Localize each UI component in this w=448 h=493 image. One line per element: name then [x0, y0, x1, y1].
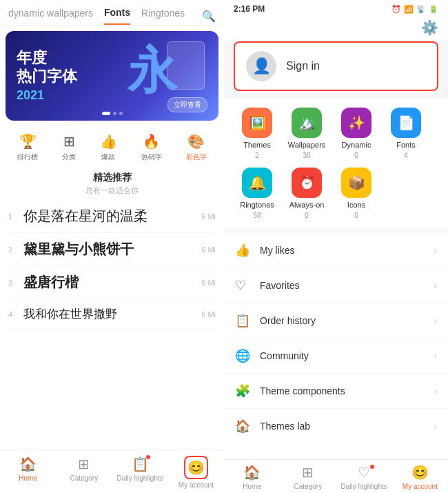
themes-count: 2: [255, 152, 259, 159]
right-header: ⚙️: [224, 17, 448, 41]
font-text-3: 盛唐行楷: [23, 273, 201, 292]
left-nav-highlights[interactable]: 📋 Daily highlights: [112, 454, 168, 490]
font-item-2[interactable]: 2 黛里黛与小熊饼干 6 Mi: [8, 233, 216, 266]
chevron-right-icon-2: ›: [434, 280, 437, 291]
tab-fonts[interactable]: Fonts: [104, 7, 130, 25]
fonts-label: Fonts: [396, 141, 416, 149]
alarm-icon: ⏰: [391, 5, 401, 14]
account-box: 😊: [184, 456, 208, 479]
right-nav-highlights[interactable]: ♡ Daily highlights: [336, 464, 392, 490]
banner-dots: [102, 112, 123, 115]
banner-char: 永: [128, 38, 177, 104]
ranking-icon: 🏆: [19, 133, 37, 150]
nav-colorful[interactable]: 🎨 彩色字: [186, 133, 207, 162]
signal-icon: 📶: [404, 5, 414, 14]
right-nav-home[interactable]: 🏠 Home: [224, 464, 280, 490]
highlights-badge: [145, 454, 151, 460]
font-text-1: 你是落在星河的温柔: [23, 207, 201, 225]
order-icon: 📋: [235, 313, 253, 328]
grid-fonts[interactable]: 📄 Fonts 4: [384, 108, 428, 159]
themes-icon: 🖼️: [242, 108, 272, 138]
banner-title-line1: 年度: [17, 49, 77, 67]
left-nav-home-label: Home: [19, 474, 37, 482]
font-item-4[interactable]: 4 我和你在世界撒野 6 Mi: [8, 299, 216, 330]
right-nav-category[interactable]: ⊞ Category: [280, 464, 336, 490]
likes-icon: 👍: [235, 243, 253, 258]
grid-dynamic[interactable]: ✨ Dynamic 0: [334, 108, 378, 159]
icons-icon: 📦: [341, 168, 371, 198]
section-title: 精选推荐 总有一款适合你: [0, 166, 224, 197]
menu-theme-components[interactable]: 🧩 Theme components ›: [224, 374, 448, 409]
tab-dynamic-wallpapers[interactable]: dynamic wallpapers: [8, 8, 93, 24]
banner: 年度 热门字体 2021 永 立即查看: [6, 31, 218, 121]
fonts-icon: 📄: [391, 108, 421, 138]
sign-in-label: Sign in: [286, 60, 320, 72]
dynamic-label: Dynamic: [342, 141, 371, 149]
nav-hot-font[interactable]: 🔥 热销字: [141, 133, 162, 162]
menu-favorites[interactable]: ♡ Favorites ›: [224, 268, 448, 303]
menu-themes-lab[interactable]: 🏠 Themes lab ›: [224, 409, 448, 443]
favorites-icon: ♡: [235, 278, 253, 293]
colorful-icon: 🎨: [187, 133, 205, 150]
ringtones-count: 58: [253, 212, 261, 219]
menu-order-history[interactable]: 📋 Order history ›: [224, 303, 448, 339]
right-nav-account[interactable]: 😊 My account: [392, 464, 448, 490]
settings-icon[interactable]: ⚙️: [421, 19, 438, 36]
nav-colorful-label: 彩色字: [186, 152, 207, 162]
left-nav-home[interactable]: 🏠 Home: [0, 454, 56, 490]
grid-icons[interactable]: 📦 Icons 0: [334, 168, 378, 219]
always-on-label: Always-on: [289, 201, 325, 209]
right-nav-home-label: Home: [243, 483, 261, 490]
grid-section: 🖼️ Themes 2 🏔️ Wallpapers 30 ✨ Dynamic 0…: [224, 99, 448, 228]
nav-popular[interactable]: 👍 爆款: [100, 133, 117, 162]
status-time: 2:16 PM: [234, 4, 265, 14]
popular-icon: 👍: [100, 133, 117, 150]
left-nav-account[interactable]: 😊 My account: [168, 454, 224, 490]
grid-always-on[interactable]: ⏰ Always-on 0: [285, 168, 329, 219]
font-item-1[interactable]: 1 你是落在星河的温柔 6 Mi: [8, 200, 216, 233]
menu-my-likes[interactable]: 👍 My likes ›: [224, 233, 448, 268]
hot-icon: 🔥: [143, 133, 160, 150]
section-title-sub: 总有一款适合你: [0, 185, 224, 196]
font-list: 1 你是落在星河的温柔 6 Mi 2 黛里黛与小熊饼干 6 Mi 3 盛唐行楷 …: [0, 197, 224, 450]
menu-components-label: Theme components: [260, 385, 434, 396]
menu-community[interactable]: 🌐 Community ›: [224, 339, 448, 374]
grid-wallpapers[interactable]: 🏔️ Wallpapers 30: [285, 108, 329, 159]
grid-themes[interactable]: 🖼️ Themes 2: [235, 108, 279, 159]
sign-in-section[interactable]: 👤 Sign in: [234, 41, 438, 91]
left-tabs: dynamic wallpapers Fonts Ringtones 🔍: [0, 0, 224, 26]
ringtones-icon: 🔔: [242, 168, 272, 198]
dynamic-icon: ✨: [341, 108, 371, 138]
menu-order-label: Order history: [260, 315, 434, 326]
font-rank-4: 4: [8, 310, 19, 319]
grid-ringtones[interactable]: 🔔 Ringtones 58: [235, 168, 279, 219]
left-panel: dynamic wallpapers Fonts Ringtones 🔍 年度 …: [0, 0, 224, 493]
wallpapers-count: 30: [303, 152, 310, 159]
font-size-1: 6 Mi: [201, 212, 216, 221]
search-icon[interactable]: 🔍: [202, 10, 216, 23]
right-bottom-nav: 🏠 Home ⊞ Category ♡ Daily highlights 😊 M…: [224, 459, 448, 493]
chevron-right-icon-5: ›: [434, 385, 437, 396]
ringtones-label: Ringtones: [240, 201, 274, 209]
menu-lab-label: Themes lab: [260, 421, 434, 432]
grid-row-1: 🖼️ Themes 2 🏔️ Wallpapers 30 ✨ Dynamic 0…: [235, 108, 437, 159]
font-item-3[interactable]: 3 盛唐行楷 6 Mi: [8, 266, 216, 299]
category-nav-icon: ⊞: [78, 456, 90, 472]
status-bar: 2:16 PM ⏰ 📶 📡 🔋: [224, 0, 448, 17]
nav-ranking[interactable]: 🏆 排行榜: [17, 133, 38, 162]
left-nav-highlights-label: Daily highlights: [116, 474, 163, 482]
dynamic-count: 0: [354, 152, 358, 159]
section-title-main: 精选推荐: [0, 172, 224, 184]
chevron-right-icon-3: ›: [434, 315, 437, 326]
left-nav-category[interactable]: ⊞ Category: [56, 454, 112, 490]
tab-ringtones[interactable]: Ringtones: [141, 8, 185, 24]
right-account-icon: 😊: [411, 464, 429, 481]
nav-category[interactable]: ⊞ 分类: [62, 133, 76, 162]
nav-category-label: 分类: [62, 152, 76, 162]
battery-icon: 🔋: [429, 5, 438, 14]
font-text-4: 我和你在世界撒野: [23, 306, 201, 322]
font-rank-2: 2: [8, 245, 19, 254]
font-rank-3: 3: [8, 279, 19, 287]
font-text-2: 黛里黛与小熊饼干: [23, 240, 201, 259]
community-icon: 🌐: [235, 348, 253, 363]
